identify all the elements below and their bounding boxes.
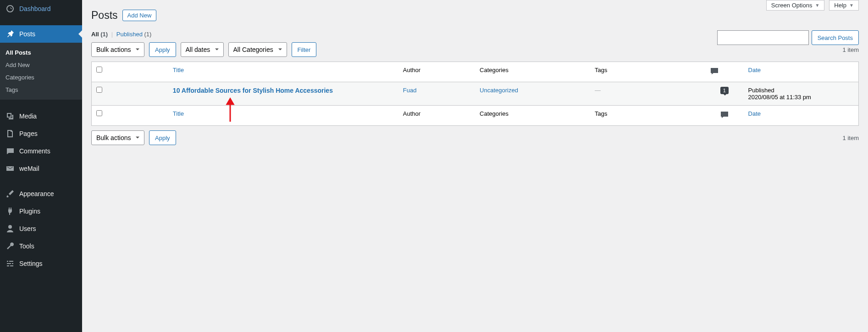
filter-button[interactable]: Filter	[292, 42, 317, 57]
wrench-icon	[6, 242, 15, 251]
col-date-footer[interactable]: Date	[748, 110, 761, 117]
col-tags-footer: Tags	[590, 106, 705, 126]
menu-label: Settings	[19, 260, 43, 267]
bulk-actions-select[interactable]: Bulk actions	[91, 42, 144, 57]
item-count: 1 item	[843, 46, 859, 53]
page-title: Posts	[91, 9, 118, 22]
caret-down-icon: ▼	[815, 3, 819, 8]
select-all-checkbox[interactable]	[96, 67, 102, 73]
comments-icon	[6, 146, 15, 156]
search-input[interactable]	[717, 30, 809, 45]
user-icon	[6, 224, 15, 233]
item-count-bottom: 1 item	[843, 135, 859, 141]
menu-label: Dashboard	[19, 5, 51, 12]
comment-icon	[710, 70, 719, 77]
post-tags: —	[595, 87, 601, 94]
sidebar-item-settings[interactable]: Settings	[0, 255, 82, 272]
dates-select[interactable]: All dates	[181, 42, 224, 57]
sidebar-item-media[interactable]: Media	[0, 107, 82, 125]
table-row: 10 Affordable Sources for Stylish Home A…	[92, 82, 859, 106]
comment-count-bubble[interactable]: 1	[720, 87, 729, 94]
post-category-link[interactable]: Uncategorized	[480, 87, 518, 94]
brush-icon	[6, 189, 15, 198]
menu-label: Appearance	[19, 190, 54, 197]
sidebar-item-users[interactable]: Users	[0, 220, 82, 237]
menu-label: Comments	[19, 147, 50, 155]
add-new-button[interactable]: Add New	[122, 10, 157, 21]
sidebar-item-appearance[interactable]: Appearance	[0, 185, 82, 203]
sliders-icon	[6, 259, 15, 268]
sidebar-item-pages[interactable]: Pages	[0, 125, 82, 142]
menu-label: Posts	[19, 30, 35, 38]
col-date[interactable]: Date	[748, 67, 761, 73]
submenu-add-new[interactable]: Add New	[0, 59, 82, 71]
select-all-checkbox-footer[interactable]	[96, 110, 102, 116]
col-title[interactable]: Title	[173, 67, 184, 73]
col-author: Author	[398, 62, 475, 82]
media-icon	[6, 112, 15, 121]
sidebar-item-comments[interactable]: Comments	[0, 142, 82, 160]
help-button[interactable]: Help▼	[829, 0, 859, 11]
apply-bulk-button[interactable]: Apply	[149, 42, 176, 57]
post-date: Published2020/08/05 at 11:33 pm	[744, 82, 859, 106]
categories-select[interactable]: All Categories	[228, 42, 287, 57]
col-title-footer[interactable]: Title	[173, 110, 184, 117]
menu-label: weMail	[19, 165, 39, 172]
col-categories: Categories	[475, 62, 590, 82]
view-published[interactable]: Published (1)	[116, 31, 152, 38]
dashboard-icon	[6, 4, 15, 13]
post-author-link[interactable]: Fuad	[403, 87, 417, 94]
admin-sidebar: Dashboard Posts All Posts Add New Catego…	[0, 0, 82, 332]
plug-icon	[6, 207, 15, 216]
sidebar-item-posts[interactable]: Posts	[0, 25, 82, 43]
menu-label: Plugins	[19, 208, 40, 215]
post-title-link[interactable]: 10 Affordable Sources for Stylish Home A…	[173, 87, 333, 94]
sidebar-item-plugins[interactable]: Plugins	[0, 203, 82, 220]
pages-icon	[6, 129, 15, 138]
col-categories-footer: Categories	[475, 106, 590, 126]
menu-label: Users	[19, 225, 36, 232]
caret-down-icon: ▼	[849, 3, 854, 8]
mail-icon	[6, 164, 15, 173]
pin-icon	[6, 29, 15, 39]
screen-options-button[interactable]: Screen Options▼	[766, 0, 825, 11]
sidebar-item-dashboard[interactable]: Dashboard	[0, 0, 82, 17]
bulk-actions-select-bottom[interactable]: Bulk actions	[91, 130, 144, 145]
menu-label: Media	[19, 113, 37, 120]
col-author-footer: Author	[398, 106, 475, 126]
comment-icon	[720, 114, 729, 121]
menu-label: Pages	[19, 130, 38, 137]
col-tags: Tags	[590, 62, 705, 82]
menu-label: Tools	[19, 242, 34, 250]
submenu-all-posts[interactable]: All Posts	[0, 46, 82, 59]
sidebar-item-wemail[interactable]: weMail	[0, 160, 82, 177]
submenu-posts: All Posts Add New Categories Tags	[0, 43, 82, 100]
submenu-categories[interactable]: Categories	[0, 71, 82, 84]
sidebar-item-tools[interactable]: Tools	[0, 237, 82, 255]
posts-table: Title Author Categories Tags Date 10 Aff…	[91, 62, 859, 126]
view-all[interactable]: All (1)	[91, 31, 108, 38]
apply-bulk-button-bottom[interactable]: Apply	[149, 130, 176, 145]
search-posts-button[interactable]: Search Posts	[812, 30, 859, 45]
main-content: Screen Options▼ Help▼ Posts Add New Sear…	[82, 0, 868, 332]
submenu-tags[interactable]: Tags	[0, 84, 82, 96]
row-checkbox[interactable]	[96, 87, 102, 93]
